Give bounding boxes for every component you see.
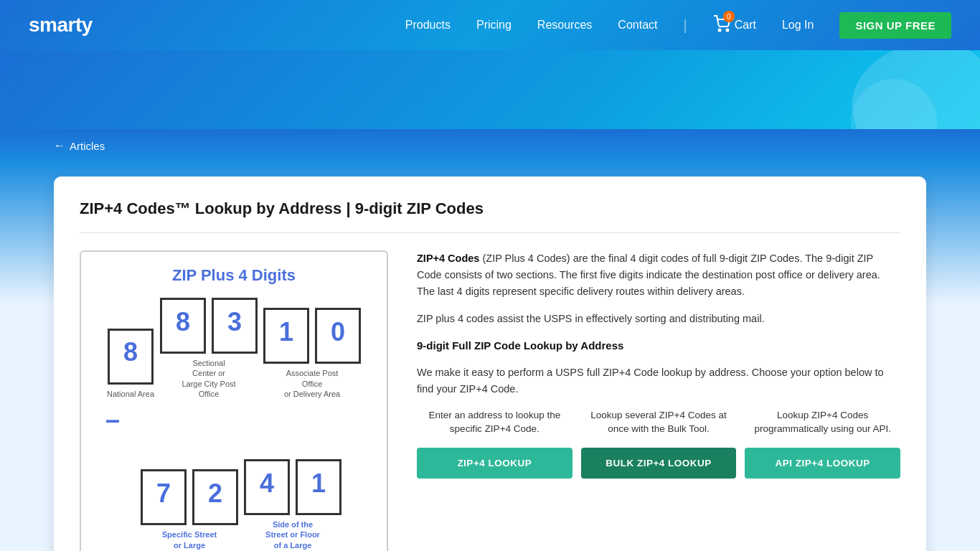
api-zip4-lookup-button[interactable]: API ZIP+4 LOOKUP bbox=[745, 448, 900, 479]
article-card: ZIP+4 Codes™ Lookup by Address | 9-digit… bbox=[54, 176, 926, 551]
digit-group-national: 8 National Area bbox=[107, 329, 154, 399]
digit-underline bbox=[141, 515, 187, 525]
article-divider bbox=[80, 232, 900, 233]
digit-group-side: 4 1 Side of the Street or Floorof a Larg… bbox=[244, 459, 341, 551]
cart-icon-wrap: 0 bbox=[713, 15, 730, 35]
digit-box-2: 2 bbox=[192, 469, 238, 525]
lookup-option-3: Lookup ZIP+4 Codes programmatically usin… bbox=[745, 409, 900, 436]
label-side: Side of the Street or Floorof a Large Bu… bbox=[260, 519, 325, 551]
digit-square: 1 bbox=[296, 459, 341, 505]
nav-divider: | bbox=[683, 17, 687, 34]
label-associate: Associate Post Officeor Delivery Area bbox=[283, 368, 341, 399]
digit-square: 3 bbox=[212, 298, 258, 344]
lookup-option-2: Lookup several ZIP+4 Codes at once with … bbox=[581, 409, 737, 436]
digit-underline bbox=[192, 515, 238, 525]
diagram-title: ZIP Plus 4 Digits bbox=[95, 266, 372, 285]
main-nav: Products Pricing Resources Contact | 0 C… bbox=[405, 12, 951, 39]
digit-underline bbox=[296, 505, 341, 515]
digit-square: 7 bbox=[141, 469, 187, 515]
top-digits-row: 8 National Area 8 bbox=[95, 298, 372, 399]
nav-resources[interactable]: Resources bbox=[537, 19, 592, 32]
lookup-option-1: Enter an address to lookup the specific … bbox=[417, 409, 573, 436]
zip4-lookup-button[interactable]: ZIP+4 LOOKUP bbox=[417, 448, 573, 479]
digit-square: 4 bbox=[244, 459, 290, 505]
nav-contact[interactable]: Contact bbox=[618, 19, 657, 32]
digit-square: 0 bbox=[315, 308, 361, 354]
body-p1-rest: (ZIP Plus 4 Codes) are the final 4 digit… bbox=[417, 253, 880, 297]
digit-group-sectional: 8 3 Sectional Center orLarge City Post O… bbox=[160, 298, 258, 399]
breadcrumb-label: Articles bbox=[70, 140, 105, 152]
digit-underline bbox=[212, 344, 258, 354]
label-sectional: Sectional Center orLarge City Post Offic… bbox=[180, 358, 237, 399]
digit-box-1b: 1 bbox=[296, 459, 341, 515]
digit-box-0: 0 bbox=[315, 308, 361, 364]
breadcrumb-area: ← Articles bbox=[0, 129, 980, 162]
digit-underline bbox=[263, 354, 309, 364]
breadcrumb-link[interactable]: ← Articles bbox=[54, 139, 926, 152]
cart-label: Cart bbox=[735, 19, 756, 32]
body-paragraph-3: We make it easy to perform a USPS full Z… bbox=[417, 364, 900, 397]
hero-background bbox=[0, 50, 980, 129]
digit-underline bbox=[160, 344, 206, 354]
logo[interactable]: smarty bbox=[29, 14, 93, 37]
digit-box-1: 1 bbox=[263, 308, 309, 364]
login-link[interactable]: Log In bbox=[782, 19, 814, 32]
article-body: ZIP Plus 4 Digits 8 National Area bbox=[80, 250, 900, 551]
digit-underline bbox=[244, 505, 290, 515]
digit-underline bbox=[108, 375, 154, 385]
bottom-digits-row: 7 2 Specific Street or LargeBuilding bbox=[110, 459, 372, 551]
digit-square: 8 bbox=[160, 298, 206, 344]
svg-point-1 bbox=[726, 29, 728, 32]
cart-button[interactable]: 0 Cart bbox=[713, 15, 756, 35]
digit-box-7: 7 bbox=[141, 469, 187, 525]
lookup-options: Enter an address to lookup the specific … bbox=[417, 409, 900, 436]
digit-square: 8 bbox=[108, 329, 154, 375]
bulk-zip4-lookup-button[interactable]: BULK ZIP+4 LOOKUP bbox=[581, 448, 737, 479]
zip4-bold: ZIP+4 Codes bbox=[417, 253, 479, 264]
nav-products[interactable]: Products bbox=[405, 19, 451, 32]
digit-square: 1 bbox=[263, 308, 309, 354]
article-title: ZIP+4 Codes™ Lookup by Address | 9-digit… bbox=[80, 199, 900, 218]
cart-badge: 0 bbox=[723, 11, 735, 22]
label-specific: Specific Street or LargeBuilding bbox=[157, 529, 222, 551]
digit-box-4: 4 bbox=[244, 459, 290, 515]
subheading: 9-digit Full ZIP Code Lookup by Address bbox=[417, 337, 900, 354]
signup-button[interactable]: SIGN UP FREE bbox=[839, 12, 951, 39]
separator-dash: – bbox=[105, 405, 120, 439]
article-text: ZIP+4 Codes (ZIP Plus 4 Codes) are the f… bbox=[417, 250, 900, 551]
digit-group-associate: 1 0 Associate Post Officeor Delivery Are… bbox=[263, 308, 361, 399]
header: smarty Products Pricing Resources Contac… bbox=[0, 0, 980, 50]
lookup-buttons: ZIP+4 LOOKUP BULK ZIP+4 LOOKUP API ZIP+4… bbox=[417, 448, 900, 479]
body-paragraph-1: ZIP+4 Codes (ZIP Plus 4 Codes) are the f… bbox=[417, 250, 900, 301]
diagram-area: ZIP Plus 4 Digits 8 National Area bbox=[80, 250, 388, 551]
digit-box-8a: 8 bbox=[108, 329, 154, 385]
back-arrow-icon: ← bbox=[54, 139, 65, 152]
body-paragraph-2: ZIP plus 4 codes assist the USPS in effe… bbox=[417, 311, 900, 327]
digit-box-8b: 8 bbox=[160, 298, 206, 354]
svg-point-0 bbox=[718, 29, 720, 32]
main-content: ZIP+4 Codes™ Lookup by Address | 9-digit… bbox=[0, 162, 980, 551]
digit-box-3: 3 bbox=[212, 298, 258, 354]
digit-group-specific: 7 2 Specific Street or LargeBuilding bbox=[141, 469, 238, 551]
label-national: National Area bbox=[107, 389, 154, 399]
nav-pricing[interactable]: Pricing bbox=[476, 19, 512, 32]
digit-underline bbox=[315, 354, 361, 364]
digit-square: 2 bbox=[192, 469, 238, 515]
